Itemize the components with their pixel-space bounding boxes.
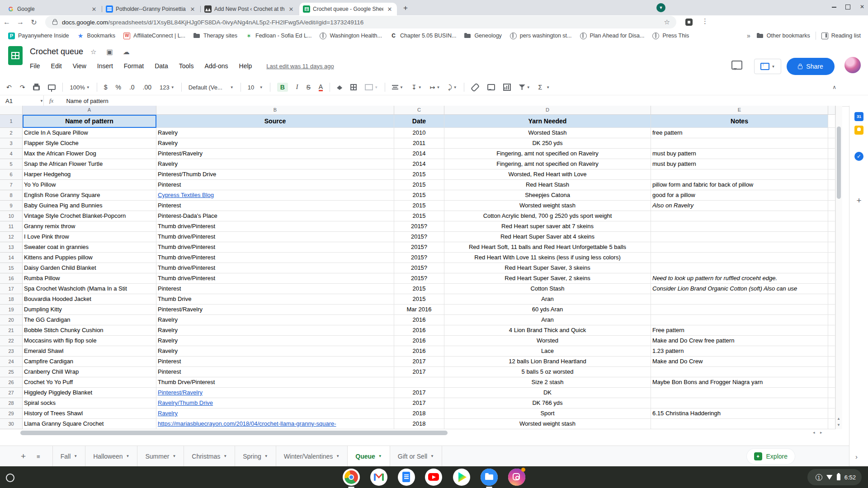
cell[interactable]: must buy pattern — [651, 159, 828, 169]
cell[interactable]: 2015? — [394, 232, 444, 242]
cell[interactable]: Max the African Flower Dog — [23, 149, 156, 159]
cell[interactable]: Pinterest/Ravelry — [156, 149, 394, 159]
vertical-scrollbar-thumb[interactable] — [837, 127, 841, 199]
account-avatar[interactable] — [844, 57, 861, 73]
cell-hyperlink[interactable]: https://mariasbluecrayon.com/2018/04/cro… — [158, 420, 336, 427]
row-header[interactable]: 12 — [0, 232, 23, 242]
redo-button[interactable]: ↷ — [20, 84, 25, 91]
cell[interactable]: Cranberry Chill Wrap — [23, 367, 156, 377]
cell[interactable]: Thumb drive/Pinterest — [156, 263, 394, 273]
cell[interactable]: Red Heart Super Saver abt 4 skeins — [444, 232, 651, 242]
cell[interactable] — [394, 377, 444, 388]
cell[interactable]: Pinterest — [156, 357, 394, 367]
cell[interactable]: I Love Pink throw — [23, 232, 156, 242]
row-header[interactable]: 19 — [0, 305, 23, 315]
cell[interactable] — [651, 263, 828, 273]
cell[interactable]: Sheepjes Catona — [444, 190, 651, 201]
cell[interactable] — [651, 388, 828, 398]
cell[interactable] — [651, 398, 828, 408]
row-header[interactable]: 15 — [0, 263, 23, 273]
more-formats-button[interactable]: 123▼ — [160, 84, 175, 91]
cell[interactable]: Flapper Style Cloche — [23, 138, 156, 149]
cell[interactable]: Ravelry — [156, 138, 394, 149]
cell[interactable]: Baby Guinea Pig and Bunnies — [23, 201, 156, 211]
merge-cells-button[interactable]: ▼ — [365, 84, 378, 90]
vertical-align-button[interactable]: ↧▼ — [411, 84, 422, 91]
column-header-b[interactable]: B — [156, 106, 394, 115]
cell[interactable]: Bouvardia Hooded Jacket — [23, 294, 156, 305]
other-bookmarks-folder[interactable]: Other bookmarks — [757, 33, 810, 39]
cell[interactable]: Pinterest — [156, 180, 394, 190]
cell[interactable]: Also on Ravelry — [651, 201, 828, 211]
docs-app-icon[interactable] — [398, 469, 415, 486]
browser-tab[interactable]: Potholder--Granny Poinsettia - Go✕ — [102, 3, 200, 15]
cell[interactable]: Pinterest/Ravelry — [156, 305, 394, 315]
row-header[interactable]: 24 — [0, 357, 23, 367]
cell[interactable]: DK 250 yds — [444, 138, 651, 149]
cell[interactable] — [651, 419, 828, 429]
browser-tab[interactable]: GGoogle✕ — [4, 3, 101, 15]
move-folder-icon[interactable]: ▣ — [106, 48, 113, 56]
cell-hyperlink[interactable]: Ravelry/Thumb Drive — [158, 399, 213, 406]
scroll-up-icon[interactable]: ▲ — [837, 417, 840, 421]
scroll-down-icon[interactable]: ▼ — [837, 423, 840, 427]
menu-help[interactable]: Help — [239, 62, 252, 70]
row-header[interactable]: 30 — [0, 419, 23, 429]
row-header[interactable]: 11 — [0, 221, 23, 232]
bookmark-item[interactable]: Washington Health... — [320, 33, 382, 39]
cell[interactable]: Cypress Textiles Blog — [156, 190, 394, 201]
cell[interactable]: Maybe Bon Bons and Frogger Niagra yarn — [651, 377, 828, 388]
star-document-icon[interactable]: ☆ — [90, 48, 96, 56]
cell[interactable]: 2017 — [394, 357, 444, 367]
cell[interactable]: Rumba Pillow — [23, 273, 156, 284]
cell[interactable]: 6.15 Christina Hadderingh — [651, 408, 828, 419]
cell[interactable]: Aran — [444, 315, 651, 325]
share-button[interactable]: Share — [787, 58, 835, 75]
row-header[interactable]: 16 — [0, 273, 23, 284]
bookmarks-overflow-icon[interactable]: » — [747, 32, 750, 39]
row-header[interactable]: 26 — [0, 377, 23, 388]
cell[interactable]: Snap the African Flower Turtle — [23, 159, 156, 169]
sheet-tab-spring[interactable]: Spring▼ — [235, 446, 276, 467]
cell[interactable]: Spiral socks — [23, 398, 156, 408]
cell[interactable]: 2017 — [394, 388, 444, 398]
horizontal-align-button[interactable]: ▼ — [392, 85, 403, 89]
cell[interactable]: Thumb drive/Pinterest — [156, 221, 394, 232]
reload-button[interactable]: ↻ — [27, 18, 41, 27]
cell[interactable]: 2015 — [394, 294, 444, 305]
cell[interactable]: free pattern — [651, 128, 828, 138]
strikethrough-button[interactable]: S — [306, 84, 310, 91]
cell[interactable]: 2010 — [394, 128, 444, 138]
row-header[interactable]: 18 — [0, 294, 23, 305]
comment-history-icon[interactable] — [731, 61, 742, 70]
cell[interactable]: https://mariasbluecrayon.com/2018/04/cro… — [156, 419, 394, 429]
row-header[interactable]: 14 — [0, 253, 23, 263]
tab-search-icon[interactable]: ▼ — [656, 3, 665, 12]
cell[interactable] — [651, 305, 828, 315]
cell[interactable]: 2017 — [394, 398, 444, 408]
row-header[interactable]: 27 — [0, 388, 23, 398]
cell[interactable]: 2015 — [394, 201, 444, 211]
row-header[interactable]: 28 — [0, 398, 23, 408]
cell[interactable]: Red Heart Super Saver, 2 skeins — [444, 273, 651, 284]
menu-tools[interactable]: Tools — [179, 62, 194, 70]
cell[interactable]: 2015 — [394, 169, 444, 180]
all-sheets-button[interactable]: ≡ — [37, 453, 41, 460]
cell[interactable]: Vintage Style Crochet Blanket-Popcorn — [23, 211, 156, 221]
text-wrap-button[interactable]: ↦▼ — [430, 84, 440, 91]
column-header-a[interactable]: A — [23, 106, 156, 115]
font-select[interactable]: Default (Ve...▼ — [189, 84, 234, 91]
header-cell[interactable]: Source — [156, 115, 394, 128]
cell[interactable]: Make and Do Crew — [651, 357, 828, 367]
bookmark-item[interactable]: ✶Fedloan - Sofia Ed L... — [245, 33, 311, 39]
present-button[interactable]: ▼ — [754, 59, 781, 74]
cell[interactable]: Fingering, amt not specified on Ravelry — [444, 149, 651, 159]
back-button[interactable]: ← — [0, 18, 14, 26]
cell[interactable] — [651, 221, 828, 232]
cell[interactable]: 1.23 pattern — [651, 346, 828, 357]
cell[interactable]: History of Trees Shawl — [23, 408, 156, 419]
cell[interactable]: 2016 — [394, 336, 444, 346]
bookmark-item[interactable]: CChapter 5.05 BUSIN... — [390, 33, 456, 39]
hide-menus-icon[interactable]: ∧ — [832, 84, 836, 90]
italic-button[interactable]: I — [296, 84, 298, 91]
